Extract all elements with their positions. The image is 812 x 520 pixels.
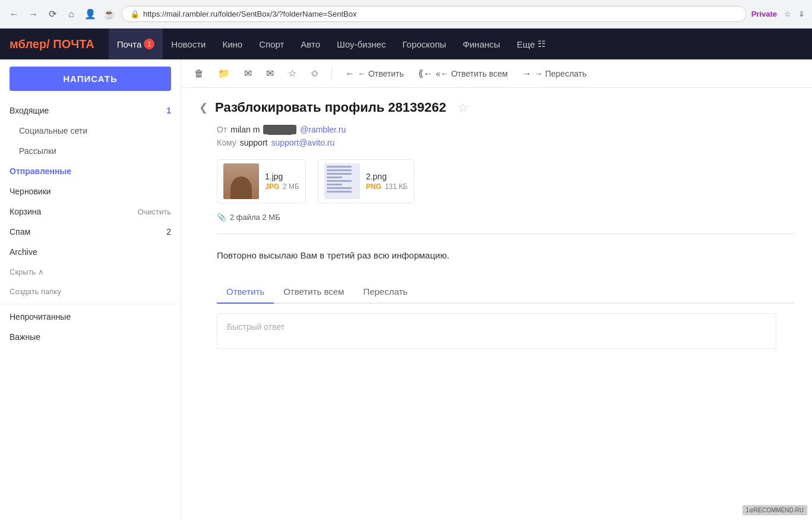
main-layout: НАПИСАТЬ Входящие 1 Социальные сети Расс… (0, 59, 812, 520)
attachments-section: 1.jpg JPG 2 МБ (217, 159, 794, 203)
nav-sport-label: Спорт (259, 39, 284, 49)
sender-email-domain: @rambler.ru (300, 125, 346, 134)
reply-tab-forward[interactable]: Переслать (353, 281, 417, 302)
attachment-2-type: PNG (366, 182, 381, 191)
files-summary: 📎 2 файла 2 МБ (217, 213, 794, 234)
email-body: Повторно высылаю Вам в третий раз всю ин… (217, 248, 794, 263)
grid-icon: ☷ (538, 39, 545, 49)
reply-all-tab-label: Ответить всем (283, 286, 344, 297)
reply-icon: ← (345, 68, 355, 79)
sidebar-create-label: Создать папку (10, 287, 61, 296)
sidebar-item-important[interactable]: Важные (0, 327, 181, 347)
sidebar-item-sent[interactable]: Отправленные (0, 161, 181, 181)
to-label: Кому (217, 138, 236, 147)
top-navigation: мблер/ ПОЧТА Почта 1 Новости Кино Спорт … (0, 29, 812, 59)
compose-button[interactable]: НАПИСАТЬ (10, 67, 171, 91)
sidebar: НАПИСАТЬ Входящие 1 Социальные сети Расс… (0, 59, 181, 520)
nav-item-kino[interactable]: Кино (214, 29, 251, 59)
attachment-2[interactable]: 2.png PNG 131 КБ (318, 159, 414, 203)
reload-button[interactable]: ⟳ (45, 7, 59, 21)
email-star-button[interactable]: ☆ (458, 100, 469, 115)
doc-line-5 (327, 180, 352, 182)
doc-line-3 (327, 173, 352, 175)
sidebar-sent-label: Отправленные (10, 166, 71, 176)
clean-button[interactable]: Очистить (137, 207, 171, 216)
email-header: ❮ Разблокировать профиль 28139262 ☆ (199, 100, 794, 115)
sidebar-item-social[interactable]: Социальные сети (0, 121, 181, 141)
reply-tab-reply-all[interactable]: Ответить всем (274, 281, 353, 302)
back-button[interactable]: ← (7, 7, 21, 21)
reply-all-icon: ⟪← (418, 68, 433, 79)
home-button[interactable]: ⌂ (64, 7, 78, 21)
doc-line-2 (327, 169, 352, 171)
private-label: Private (751, 10, 777, 18)
reply-label: ← Ответить (358, 69, 404, 78)
move-folder-button[interactable]: 📁 (214, 65, 233, 81)
attachment-2-size: 131 КБ (385, 182, 407, 191)
delete-button[interactable]: 🗑 (191, 66, 207, 81)
email-to-row: Кому support support@avito.ru (217, 138, 794, 147)
browser-right: Private ☆ ⇓ (751, 10, 805, 18)
mark-unread-button[interactable]: ✉ (263, 65, 277, 81)
recipient-email: support@avito.ru (271, 138, 334, 147)
from-label: От (217, 125, 227, 134)
email-subject: Разблокировать профиль 28139262 (215, 100, 446, 115)
sidebar-item-newsletters[interactable]: Рассылки (0, 141, 181, 161)
email-content: ❮ Разблокировать профиль 28139262 ☆ От m… (181, 88, 812, 520)
sidebar-item-drafts[interactable]: Черновики (0, 181, 181, 201)
back-to-list-button[interactable]: ❮ (199, 101, 208, 114)
folder-icon: 📁 (218, 68, 230, 79)
sidebar-item-archive[interactable]: Archive (0, 242, 181, 262)
sidebar-important-label: Важные (10, 332, 40, 342)
nav-item-sport[interactable]: Спорт (251, 29, 292, 59)
quick-reply-area[interactable]: Быстрый ответ (217, 313, 776, 349)
nav-item-horoscopes[interactable]: Гороскопы (394, 29, 454, 59)
sidebar-item-create-folder[interactable]: Создать папку (0, 282, 181, 301)
email-meta: От milan m ████ @rambler.ru Кому support… (217, 125, 794, 147)
read-icon: ✉ (244, 68, 252, 79)
forward-icon: → (522, 68, 532, 79)
nav-auto-label: Авто (301, 39, 320, 49)
doc-line-6 (327, 184, 342, 185)
toolbar: 🗑 📁 ✉ ✉ ☆ ✩ ← ← Ответить ⟪← (181, 59, 812, 88)
sender-name: milan m (230, 125, 260, 134)
sidebar-item-unread[interactable]: Непрочитанные (0, 307, 181, 327)
nav-item-more[interactable]: Еще ☷ (508, 29, 554, 59)
content-area: 🗑 📁 ✉ ✉ ☆ ✩ ← ← Ответить ⟪← (181, 59, 812, 520)
quick-reply-placeholder: Быстрый ответ (227, 322, 285, 332)
unstar-button[interactable]: ✩ (307, 65, 322, 81)
sidebar-archive-label: Archive (10, 247, 37, 257)
nav-item-showbiz[interactable]: Шоу-бизнес (328, 29, 394, 59)
nav-item-auto[interactable]: Авто (292, 29, 328, 59)
sidebar-item-spam[interactable]: Спам 2 (0, 222, 181, 242)
nav-news-label: Новости (171, 39, 206, 49)
star-button[interactable]: ☆ (285, 65, 300, 81)
profile-button[interactable]: 👤 (83, 7, 97, 21)
mark-read-button[interactable]: ✉ (241, 65, 255, 81)
forward-button[interactable]: → (26, 7, 40, 21)
forward-button[interactable]: → → Переслать (519, 66, 590, 81)
shield-icon: ☕ (102, 7, 116, 21)
browser-chrome: ← → ⟳ ⌂ 👤 ☕ 🔒 https://mail.rambler.ru/fo… (0, 0, 812, 29)
sidebar-spam-label: Спам (10, 227, 30, 237)
reply-button[interactable]: ← ← Ответить (342, 66, 407, 81)
sidebar-item-hide[interactable]: Скрыть ∧ (0, 262, 181, 282)
attachment-1-type: JPG (265, 182, 279, 191)
sidebar-hide-label: Скрыть ∧ (10, 267, 44, 276)
nav-item-finance[interactable]: Финансы (454, 29, 508, 59)
doc-line-4 (327, 177, 342, 178)
nav-item-news[interactable]: Новости (163, 29, 214, 59)
sidebar-item-inbox[interactable]: Входящие 1 (0, 100, 181, 121)
reply-tabs: Ответить Ответить всем Переслать (217, 281, 794, 304)
sidebar-drafts-label: Черновики (10, 187, 51, 196)
lock-icon: 🔒 (130, 10, 140, 18)
reply-tab-reply[interactable]: Ответить (217, 281, 274, 304)
sidebar-item-trash[interactable]: Корзина Очистить (0, 201, 181, 222)
recipient-name: support (240, 138, 268, 147)
url-bar[interactable]: 🔒 https://mail.rambler.ru/folder/SentBox… (121, 6, 747, 22)
attachment-1[interactable]: 1.jpg JPG 2 МБ (217, 159, 306, 203)
reply-tab-label: Ответить (226, 286, 264, 297)
sidebar-inbox-badge: 1 (166, 106, 171, 115)
reply-all-button[interactable]: ⟪← «← Ответить всем (415, 65, 511, 81)
nav-item-mail[interactable]: Почта 1 (109, 29, 163, 59)
